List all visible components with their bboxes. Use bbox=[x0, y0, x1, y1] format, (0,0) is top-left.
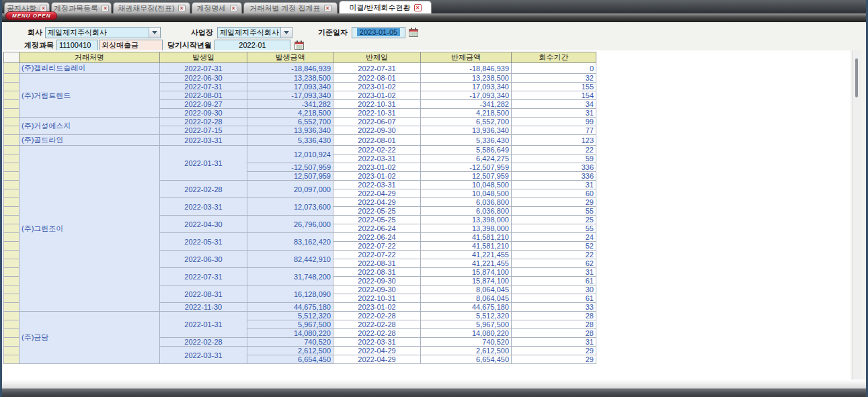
row-marker[interactable] bbox=[4, 163, 19, 172]
row-marker[interactable] bbox=[4, 172, 19, 181]
occur-date-cell[interactable]: 2022-01-31 bbox=[160, 312, 247, 338]
settle-amount-cell[interactable]: -17,093,340 bbox=[421, 91, 512, 100]
row-marker[interactable] bbox=[4, 109, 19, 118]
tab-close-icon[interactable]: ✕ bbox=[324, 5, 331, 12]
settle-amount-cell[interactable]: 8,064,045 bbox=[421, 285, 512, 294]
row-marker[interactable] bbox=[4, 189, 19, 198]
settle-amount-cell[interactable]: 13,398,000 bbox=[421, 216, 512, 224]
collect-days-cell[interactable]: 123 bbox=[512, 135, 596, 146]
settle-date-cell[interactable]: 2022-04-29 bbox=[333, 347, 421, 355]
occur-amount-cell[interactable]: 44,675,180 bbox=[247, 303, 333, 312]
settle-amount-cell[interactable]: 41,221,455 bbox=[421, 259, 512, 268]
settle-date-cell[interactable]: 2022-07-22 bbox=[333, 242, 421, 251]
tab-close-icon[interactable]: ✕ bbox=[102, 5, 109, 12]
occur-date-cell[interactable]: 2022-08-01 bbox=[160, 91, 247, 100]
period-start-input[interactable]: 2022-01 bbox=[214, 40, 290, 51]
collect-days-cell[interactable]: 30 bbox=[512, 285, 596, 294]
row-marker[interactable] bbox=[4, 251, 19, 259]
settle-date-cell[interactable]: 2022-09-30 bbox=[333, 285, 421, 294]
horizontal-scrollbar[interactable] bbox=[2, 380, 866, 388]
row-marker[interactable] bbox=[4, 259, 19, 268]
occur-amount-cell[interactable]: -17,093,340 bbox=[247, 91, 333, 100]
settle-amount-cell[interactable]: 41,581,210 bbox=[421, 233, 512, 242]
calendar-icon[interactable] bbox=[294, 40, 304, 50]
settle-date-cell[interactable]: 2022-04-29 bbox=[333, 198, 421, 207]
settle-date-cell[interactable]: 2022-10-31 bbox=[333, 100, 421, 109]
vertical-scrollbar[interactable] bbox=[852, 50, 861, 380]
customer-name-cell[interactable]: (주)거성에스지 bbox=[19, 118, 160, 135]
row-marker[interactable] bbox=[4, 118, 19, 126]
row-marker[interactable] bbox=[4, 312, 19, 320]
settle-date-cell[interactable]: 2022-08-01 bbox=[333, 74, 421, 83]
occur-date-cell[interactable]: 2022-02-28 bbox=[160, 118, 247, 126]
settle-amount-cell[interactable]: 5,336,430 bbox=[421, 135, 512, 146]
row-marker[interactable] bbox=[4, 63, 19, 74]
settle-amount-cell[interactable]: 8,064,045 bbox=[421, 294, 512, 303]
collect-days-cell[interactable]: 34 bbox=[512, 100, 596, 109]
settle-date-cell[interactable]: 2022-02-22 bbox=[333, 146, 421, 155]
occur-date-cell[interactable]: 2022-06-30 bbox=[160, 74, 247, 83]
account-code-input[interactable]: 11100410 bbox=[56, 40, 98, 51]
collect-days-cell[interactable]: 32 bbox=[512, 74, 596, 83]
occur-date-cell[interactable]: 2022-09-27 bbox=[160, 100, 247, 109]
settle-amount-cell[interactable]: 13,936,340 bbox=[421, 126, 512, 135]
tab-close-icon[interactable]: ✕ bbox=[178, 5, 186, 12]
occur-amount-cell[interactable]: 83,162,420 bbox=[247, 233, 333, 251]
collect-days-cell[interactable]: 60 bbox=[512, 189, 596, 198]
settle-date-cell[interactable]: 2022-03-31 bbox=[333, 338, 421, 347]
row-marker[interactable] bbox=[4, 181, 19, 189]
occur-amount-cell[interactable]: 14,080,220 bbox=[247, 329, 333, 338]
settle-date-cell[interactable]: 2022-07-31 bbox=[333, 63, 421, 74]
collect-days-cell[interactable]: 31 bbox=[512, 338, 596, 347]
occur-amount-cell[interactable]: -18,846,939 bbox=[247, 63, 333, 74]
settle-amount-cell[interactable]: 5,967,500 bbox=[421, 320, 512, 329]
settle-amount-cell[interactable]: 10,048,500 bbox=[421, 189, 512, 198]
settle-date-cell[interactable]: 2022-02-28 bbox=[333, 320, 421, 329]
base-date-input[interactable]: 2023-01-05 bbox=[352, 27, 405, 38]
occur-amount-cell[interactable]: 6,654,450 bbox=[247, 355, 333, 364]
settle-date-cell[interactable]: 2022-10-31 bbox=[333, 294, 421, 303]
collect-days-cell[interactable]: 24 bbox=[512, 233, 596, 242]
settle-date-cell[interactable]: 2022-10-31 bbox=[333, 109, 421, 118]
occur-amount-cell[interactable]: 5,967,500 bbox=[247, 320, 333, 329]
occur-date-cell[interactable]: 2022-03-31 bbox=[160, 135, 247, 146]
settle-date-cell[interactable]: 2023-01-02 bbox=[333, 172, 421, 181]
settle-amount-cell[interactable]: 4,218,500 bbox=[421, 109, 512, 118]
occur-amount-cell[interactable]: -12,507,959 bbox=[247, 163, 333, 172]
settle-amount-cell[interactable]: 6,036,800 bbox=[421, 198, 512, 207]
settle-amount-cell[interactable]: 13,238,500 bbox=[421, 74, 512, 83]
collect-days-cell[interactable]: 52 bbox=[512, 242, 596, 251]
occur-date-cell[interactable]: 2022-02-28 bbox=[160, 338, 247, 347]
settle-amount-cell[interactable]: 6,036,800 bbox=[421, 207, 512, 216]
settle-date-cell[interactable]: 2022-07-22 bbox=[333, 251, 421, 259]
settle-date-cell[interactable]: 2022-03-31 bbox=[333, 155, 421, 163]
menu-open-button[interactable]: MENU OPEN bbox=[5, 11, 57, 20]
row-marker[interactable] bbox=[4, 268, 19, 277]
row-marker[interactable] bbox=[4, 83, 19, 91]
collect-days-cell[interactable]: 25 bbox=[512, 216, 596, 224]
collect-days-cell[interactable]: 154 bbox=[512, 91, 596, 100]
row-marker[interactable] bbox=[4, 155, 19, 163]
settle-date-cell[interactable]: 2022-04-29 bbox=[333, 355, 421, 364]
occur-amount-cell[interactable]: 20,097,000 bbox=[247, 181, 333, 198]
occur-amount-cell[interactable]: 740,520 bbox=[247, 338, 333, 347]
settle-date-cell[interactable]: 2022-03-31 bbox=[333, 181, 421, 189]
settle-date-cell[interactable]: 2022-09-30 bbox=[333, 277, 421, 285]
settle-amount-cell[interactable]: 13,398,000 bbox=[421, 224, 512, 233]
collect-days-cell[interactable]: 33 bbox=[512, 303, 596, 312]
occur-date-cell[interactable]: 2022-03-31 bbox=[160, 347, 247, 364]
collect-days-cell[interactable]: 22 bbox=[512, 251, 596, 259]
settle-amount-cell[interactable]: 44,675,180 bbox=[421, 303, 512, 312]
occur-amount-cell[interactable]: -341,282 bbox=[247, 100, 333, 109]
collect-days-cell[interactable]: 29 bbox=[512, 198, 596, 207]
scrollbar-thumb[interactable] bbox=[855, 58, 858, 97]
settle-amount-cell[interactable]: 14,080,220 bbox=[421, 329, 512, 338]
row-marker[interactable] bbox=[4, 198, 19, 207]
occur-amount-cell[interactable]: 2,612,500 bbox=[247, 347, 333, 355]
customer-name-cell[interactable]: (주)금담 bbox=[19, 312, 160, 364]
settle-amount-cell[interactable]: 5,586,649 bbox=[421, 146, 512, 155]
customer-name-cell[interactable]: (주)거림트렌드 bbox=[19, 74, 160, 118]
settle-date-cell[interactable]: 2022-06-07 bbox=[333, 118, 421, 126]
tab-ledger[interactable]: 채권채무장(전표) ✕ bbox=[113, 2, 190, 13]
occur-amount-cell[interactable]: 16,128,090 bbox=[247, 285, 333, 303]
